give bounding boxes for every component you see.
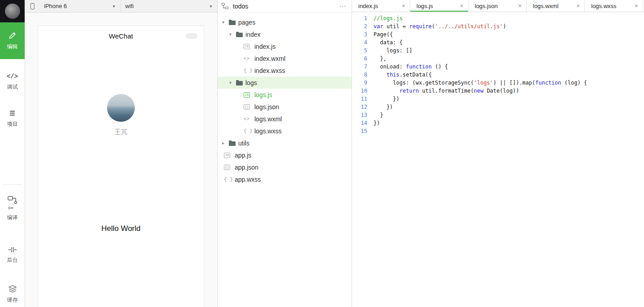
activity-item-label: 编辑	[7, 43, 18, 51]
device-icon[interactable]	[25, 0, 39, 12]
profile-avatar-image[interactable]	[107, 94, 135, 122]
tab-label: logs.wxml	[533, 3, 575, 9]
line-number: 2	[352, 22, 374, 30]
tree-file-app.json[interactable]: {}app.json	[218, 161, 352, 173]
phone-menu-capsule-icon[interactable]	[186, 33, 197, 39]
tree-file-index.js[interactable]: JSindex.js	[218, 40, 352, 52]
tab-label: logs.js	[416, 3, 459, 9]
code-editor[interactable]: 1//logs.js2var util = require('../../uti…	[352, 12, 644, 307]
phone-screen[interactable]: WeChat 王芃 Hello World	[38, 26, 204, 307]
line-number: 8	[352, 71, 374, 79]
line-number: 3	[352, 30, 374, 38]
user-profile[interactable]: 王芃	[38, 94, 204, 136]
line-content: },	[374, 55, 386, 63]
network-select[interactable]: wifi ▾	[120, 0, 217, 12]
caret-right-icon[interactable]: ▸	[222, 141, 228, 145]
app-window: 编辑</>调试☰项目 o=编译后台缓存 iPhone 6 ▾ wifi ▾ We…	[0, 0, 644, 307]
folder-icon	[236, 80, 245, 85]
code-line: 5 logs: []	[352, 47, 644, 55]
phone-frame-icon	[30, 3, 34, 9]
file-label: logs.js	[254, 91, 272, 98]
tree-file-logs.wxss[interactable]: { }logs.wxss	[218, 125, 352, 137]
chevron-down-icon: ▾	[210, 4, 212, 9]
code-line: 2var util = require('../../utils/util.js…	[352, 22, 644, 30]
tree-file-logs.js[interactable]: JSlogs.js	[218, 89, 352, 101]
folder-icon	[228, 140, 237, 146]
code-line: 1//logs.js	[352, 14, 644, 22]
editor-tab-logs.json[interactable]: logs.json×	[468, 0, 527, 12]
close-icon[interactable]: ×	[401, 3, 406, 9]
caret-down-icon[interactable]: ▾	[222, 20, 228, 25]
code-line: 15	[352, 127, 644, 135]
editor-tab-logs.wxss[interactable]: logs.wxss×	[585, 0, 643, 12]
chevron-down-icon: ▾	[113, 4, 115, 9]
line-number: 6	[352, 55, 374, 63]
phone-area: WeChat 王芃 Hello World	[25, 13, 217, 307]
svg-text:o=: o=	[8, 205, 13, 210]
line-content: data: {	[374, 38, 403, 47]
activity-item-debug[interactable]: </>调试	[0, 69, 25, 95]
editor-tab-logs.wxml[interactable]: logs.wxml×	[527, 0, 585, 12]
caret-down-icon[interactable]: ▾	[229, 80, 236, 85]
tree-file-app.wxss[interactable]: { }app.wxss	[218, 173, 352, 185]
file-label: logs.json	[254, 103, 279, 111]
tree-file-index.wxml[interactable]: <>index.wxml	[218, 52, 352, 64]
line-content: })	[374, 119, 380, 127]
close-icon[interactable]: ×	[459, 3, 464, 9]
file-tree: ▾pages▾indexJSindex.js<>index.wxml{ }ind…	[218, 13, 352, 185]
tree-folder-index[interactable]: ▾index	[218, 28, 352, 40]
activity-item-cache[interactable]: 缓存	[0, 281, 25, 307]
folder-label: utils	[238, 140, 249, 147]
line-number: 15	[352, 127, 374, 135]
caret-down-icon[interactable]: ▾	[229, 32, 236, 37]
tree-file-logs.wxml[interactable]: <>logs.wxml	[218, 113, 352, 125]
code-line: 13 }	[352, 111, 644, 119]
line-number: 12	[352, 103, 374, 111]
file-label: app.wxss	[235, 176, 261, 183]
activity-item-label: 调试	[7, 83, 18, 91]
activity-item-compile[interactable]: o=编译	[0, 194, 25, 223]
folder-label: index	[245, 31, 260, 38]
tree-file-app.js[interactable]: JSapp.js	[218, 149, 352, 161]
wxss-file-icon: { }	[244, 128, 253, 134]
line-content: Page({	[374, 30, 393, 38]
tree-folder-pages[interactable]: ▾pages	[218, 16, 352, 28]
file-label: app.json	[235, 164, 258, 171]
explorer-header: todos ⋯	[218, 0, 352, 13]
tree-file-index.wxss[interactable]: { }index.wxss	[218, 64, 352, 77]
close-icon[interactable]: ×	[517, 3, 523, 9]
tree-folder-logs[interactable]: ▾logs	[218, 77, 352, 89]
editor-tab-index.js[interactable]: index.js×	[352, 0, 410, 12]
activity-item-label: 编译	[7, 214, 18, 222]
pencil-icon	[8, 31, 17, 40]
line-content: logs: (wx.getStorageSync('logs') || []).…	[374, 79, 587, 87]
explorer-panel: todos ⋯ ▾pages▾indexJSindex.js<>index.wx…	[218, 0, 352, 307]
tab-label: logs.wxss	[591, 3, 634, 9]
line-number: 9	[352, 79, 374, 87]
close-icon[interactable]: ×	[575, 3, 581, 9]
json-file-icon: {}	[244, 104, 253, 110]
hello-world-text: Hello World	[38, 224, 204, 233]
editor-tab-logs.js[interactable]: logs.js×	[410, 0, 468, 12]
folder-icon	[228, 19, 237, 25]
user-avatar-block[interactable]	[0, 0, 25, 22]
line-number: 5	[352, 47, 374, 55]
compile-icon: o=	[7, 196, 18, 211]
code-line: 7 onLoad: function () {	[352, 63, 644, 71]
line-number: 4	[352, 38, 374, 47]
activity-item-edit[interactable]: 编辑	[0, 22, 25, 59]
wxml-file-icon: <>	[244, 116, 253, 122]
close-icon[interactable]: ×	[634, 3, 639, 9]
line-content: })	[374, 95, 399, 103]
activity-item-project[interactable]: ☰项目	[0, 106, 25, 132]
tree-folder-utils[interactable]: ▸utils	[218, 137, 352, 149]
tree-file-logs.json[interactable]: {}logs.json	[218, 101, 352, 113]
file-label: app.js	[235, 152, 251, 159]
more-options-icon[interactable]: ⋯	[339, 3, 346, 9]
js-file-icon: JS	[244, 44, 253, 49]
activity-item-backend[interactable]: 后台	[0, 242, 25, 268]
device-select[interactable]: iPhone 6 ▾	[39, 0, 120, 12]
json-file-icon: {}	[224, 165, 234, 170]
line-content: return util.formatTime(new Date(log))	[374, 87, 519, 95]
user-avatar[interactable]	[5, 4, 20, 19]
